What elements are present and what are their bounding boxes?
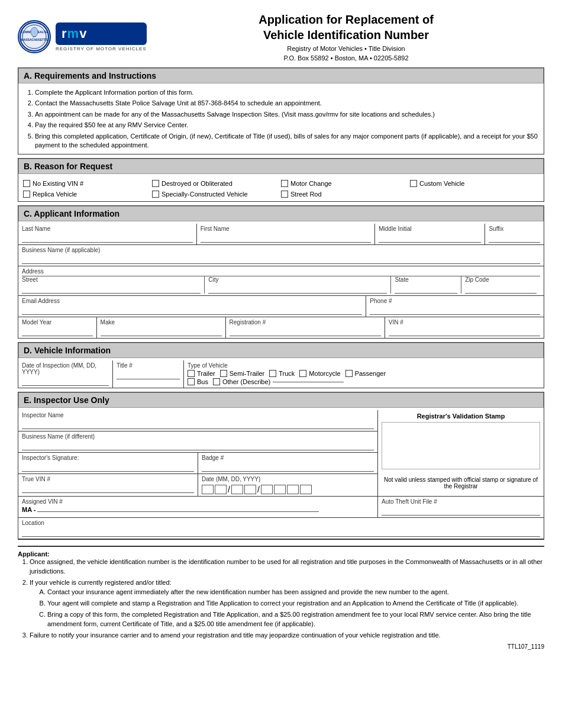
checkbox-passenger[interactable] xyxy=(345,370,353,377)
inspector-name-input[interactable] xyxy=(22,420,374,429)
instructions-list: Complete the Applicant Information porti… xyxy=(35,88,539,150)
vehicle-info-main: Date of Inspection (MM, DD, YYYY) Title … xyxy=(18,360,544,388)
checkbox-specially-constructed[interactable] xyxy=(152,191,159,198)
checkbox-trailer[interactable] xyxy=(188,370,195,377)
middle-initial-input[interactable] xyxy=(379,233,481,243)
first-name-cell: First Name xyxy=(197,224,376,244)
email-input[interactable] xyxy=(22,305,362,315)
badge-input[interactable] xyxy=(202,462,374,472)
checkbox-motor-change[interactable] xyxy=(281,180,288,187)
date-box-y1[interactable] xyxy=(261,485,273,494)
logo-area: COMMONWEALTH OF MASSACHUSETTS rmv REGIST… xyxy=(18,20,148,53)
vehicle-reg-row: Model Year Make Registration # VIN # xyxy=(18,317,544,338)
business-diff-input[interactable] xyxy=(22,441,374,450)
checkbox-bus[interactable] xyxy=(188,378,195,385)
assigned-vin-input[interactable] xyxy=(37,511,319,512)
registry-label: REGISTRY OF MOTOR VEHICLES xyxy=(56,46,147,51)
rmv-logo-block: rmv REGISTRY OF MOTOR VEHICLES xyxy=(56,22,147,51)
section-c: C. Applicant Information Last Name First… xyxy=(18,205,544,339)
state-input[interactable] xyxy=(395,284,457,294)
badge-cell: Badge # xyxy=(198,453,377,473)
date-box-d2[interactable] xyxy=(244,485,256,494)
assigned-vin-cell: Assigned VIN # MA - xyxy=(18,497,378,517)
note-2b: Your agent will complete and stamp a Reg… xyxy=(47,599,544,608)
reason-replica: Replica Vehicle xyxy=(23,191,152,198)
date-inspection-cell: Date of Inspection (MM, DD, YYYY) xyxy=(18,360,113,388)
checkbox-semi-trailer[interactable] xyxy=(220,370,227,377)
suffix-cell: Suffix xyxy=(485,224,544,244)
street-cell: Street xyxy=(22,276,205,294)
checkbox-destroyed[interactable] xyxy=(152,180,159,187)
phone-input[interactable] xyxy=(370,305,540,315)
rmv-logo: rmv xyxy=(56,22,147,45)
model-year-input[interactable] xyxy=(22,327,93,336)
date-box-m2[interactable] xyxy=(215,485,227,494)
not-valid-cell: Not valid unless stamped with official s… xyxy=(378,474,544,496)
checkbox-other[interactable] xyxy=(213,378,220,385)
type-other: Other (Describe) xyxy=(213,378,344,385)
note-2c: Bring a copy of this form, the completed… xyxy=(47,610,544,629)
state-cell: State xyxy=(391,276,461,294)
last-name-input[interactable] xyxy=(22,233,193,243)
inspector-grid: Inspector Name Business Name (if differe… xyxy=(18,410,544,474)
ma-seal-icon: COMMONWEALTH OF MASSACHUSETTS xyxy=(18,20,51,53)
sig-cell: Inspector's Signature: xyxy=(18,453,198,473)
address-sub-row: Street City State Zip Code xyxy=(22,276,540,294)
note-2a: Contact your insurance agent immediately… xyxy=(47,588,544,597)
checkbox-truck[interactable] xyxy=(269,370,276,377)
stamp-box xyxy=(382,422,540,469)
street-input[interactable] xyxy=(22,284,201,294)
date-mmdd-cell: Date (MM, DD, YYYY) / / xyxy=(198,474,378,496)
section-b-header: B. Reason for Request xyxy=(18,159,544,174)
notes-list: Once assigned, the vehicle identificatio… xyxy=(30,558,544,640)
date-box-y3[interactable] xyxy=(287,485,299,494)
zip-cell: Zip Code xyxy=(461,276,540,294)
checkbox-street-rod[interactable] xyxy=(281,191,288,198)
suffix-input[interactable] xyxy=(489,233,540,243)
other-describe-input[interactable] xyxy=(273,382,344,382)
inspector-left-col: Inspector Name Business Name (if differe… xyxy=(18,410,378,474)
date-box-m1[interactable] xyxy=(202,485,214,494)
title-num-input[interactable] xyxy=(117,370,180,379)
checkbox-replica[interactable] xyxy=(23,191,30,198)
date-box-y2[interactable] xyxy=(274,485,286,494)
registration-input[interactable] xyxy=(230,327,381,336)
section-d: D. Vehicle Information Date of Inspectio… xyxy=(18,342,544,388)
reason-street-rod: Street Rod xyxy=(281,191,410,198)
page-header: COMMONWEALTH OF MASSACHUSETTS rmv REGIST… xyxy=(18,12,544,62)
checkbox-no-existing-vin[interactable] xyxy=(23,180,30,187)
vehicle-type-options: Trailer Semi-Trailer Truck Motorcycle Pa… xyxy=(188,370,540,377)
assigned-vin-row: Assigned VIN # MA - Auto Theft Unit File… xyxy=(18,497,544,518)
instruction-1: Complete the Applicant Information porti… xyxy=(35,88,539,97)
section-d-header: D. Vehicle Information xyxy=(18,343,544,358)
location-input[interactable] xyxy=(22,527,540,537)
type-vehicle-cell: Type of Vehicle Trailer Semi-Trailer Tru… xyxy=(184,360,544,388)
first-name-input[interactable] xyxy=(201,233,372,243)
vin-input[interactable] xyxy=(389,327,540,336)
city-input[interactable] xyxy=(208,284,387,294)
business-name-input[interactable] xyxy=(22,255,540,264)
section-a-header: A. Requirements and Instructions xyxy=(18,68,544,83)
vehicle-type-row2: Bus Other (Describe) xyxy=(188,378,540,385)
subtitle2: P.O. Box 55892 • Boston, MA • 02205-5892 xyxy=(148,54,544,62)
checkbox-motorcycle[interactable] xyxy=(299,370,306,377)
type-truck: Truck xyxy=(269,370,295,377)
type-motorcycle: Motorcycle xyxy=(299,370,340,377)
instruction-4: Pay the required $50 fee at any RMV Serv… xyxy=(35,121,539,130)
address-row: Address Street City State Zip Code xyxy=(18,266,544,296)
note-2-sub: Contact your insurance agent immediately… xyxy=(47,588,544,629)
true-vin-input[interactable] xyxy=(22,484,194,493)
email-cell: Email Address xyxy=(18,296,366,317)
make-input[interactable] xyxy=(101,327,222,336)
date-box-y4[interactable] xyxy=(300,485,312,494)
type-passenger: Passenger xyxy=(345,370,386,377)
date-box-d1[interactable] xyxy=(231,485,243,494)
zip-input[interactable] xyxy=(465,284,537,294)
auto-theft-input[interactable] xyxy=(382,506,540,516)
section-c-header: C. Applicant Information xyxy=(18,206,544,221)
date-inspection-input[interactable] xyxy=(22,376,109,386)
vin-cell: VIN # xyxy=(385,317,544,338)
inspector-sig-input[interactable] xyxy=(22,462,194,472)
checkbox-custom-vehicle[interactable] xyxy=(410,180,417,187)
type-trailer: Trailer xyxy=(188,370,215,377)
